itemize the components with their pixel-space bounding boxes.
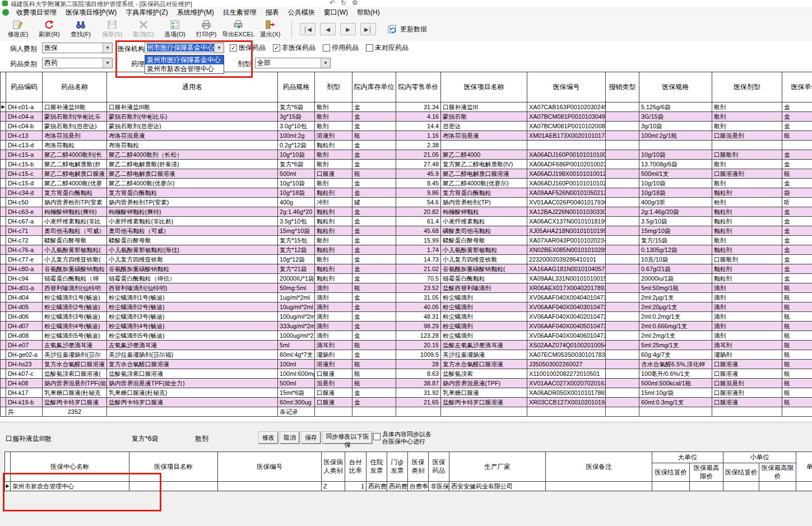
menu-item[interactable]: 公共模块 <box>284 8 319 17</box>
column-header[interactable]: 医保单位 <box>782 72 812 103</box>
patient-fee-select[interactable]: 医保 ▼ <box>42 43 113 53</box>
chevron-down-icon[interactable]: ▼ <box>214 43 224 53</box>
cancel-button[interactable]: 取消 <box>280 432 299 444</box>
nav-next-button[interactable]: ▶ <box>340 23 356 35</box>
options-button[interactable]: 选项(O) <box>159 18 191 40</box>
column-header[interactable]: 剂型 <box>315 72 352 103</box>
table-row[interactable]: DH-c13-d布洛芬颗粒布洛芬颗粒0.2g*12袋颗粒剂盒2.38 <box>1 141 812 150</box>
table-row[interactable]: DH-ge02-a美沙拉秦灌肠剂(莎尔美沙拉秦灌肠剂(莎尔福)60ml:4g*7… <box>1 350 812 360</box>
menu-item[interactable]: 医保项目维护(W) <box>61 8 121 17</box>
update-data-button[interactable]: 更新数据 <box>387 24 427 34</box>
edit-button[interactable]: 修改(E) <box>2 18 34 40</box>
table-row[interactable]: DH-c76-a小儿氨酚黄那敏颗粒(小儿氨酚黄那敏颗粒(海佳)复方*12袋颗粒剂… <box>1 245 812 255</box>
table-row[interactable]: DH-d01-a西替利嗪滴剂(仙特明西替利嗪滴剂(仙特明)50mg:5ml滴剂瓶… <box>1 283 812 293</box>
chevron-down-icon[interactable]: ▼ <box>321 58 330 68</box>
column-header[interactable]: 医保项目名称 <box>441 72 527 103</box>
column-header[interactable]: 报销类型 <box>606 72 639 103</box>
export-excel-button[interactable]: 导出EXCEL <box>222 18 254 40</box>
column-header[interactable]: 医保编号 <box>527 72 606 103</box>
menu-item[interactable]: 窗口(W) <box>319 8 352 17</box>
table-row[interactable]: DH-k08肠内营养混悬剂TPF(能肠内营养混悬液TPF(能全力)500ml混悬… <box>1 379 812 388</box>
table-row[interactable]: DH-k07-c盐酸氨溴索口服溶液(盐酸氨溴索口服溶液100ml:600mg口服… <box>1 369 812 379</box>
table-row[interactable]: DH-c77-e小儿复方四维亚铁散(小儿复方四维亚铁散10g*12袋散剂盒14.… <box>1 255 812 264</box>
column-header[interactable]: 医保最高限价 <box>759 463 796 482</box>
menu-item[interactable]: 系统维护(M) <box>173 8 219 17</box>
column-header[interactable]: 通用名 <box>107 72 278 103</box>
table-row[interactable]: ▶DH-c01-a口服补液盐III散口服补液盐III散复方*6袋散剂盒31.34… <box>1 103 812 112</box>
exit-button[interactable]: 退出(X) <box>254 18 286 40</box>
dropdown-item[interactable]: 泉州市新农合管理中心 <box>145 64 224 73</box>
column-header[interactable]: 生产厂家 <box>449 452 546 482</box>
column-header[interactable]: 医保备注 <box>546 452 652 482</box>
cancel-button[interactable]: 取消(C) <box>128 18 159 40</box>
sync-modify-button[interactable]: 同步修改以下医保 <box>323 432 372 444</box>
column-header[interactable]: 医保类别 <box>408 452 429 482</box>
table-row[interactable]: DH-e07左氧氟沙星滴耳液左氧氟沙星滴耳液5ml滴耳剂瓶20.15盐酸左氧氟沙… <box>1 341 812 350</box>
column-header[interactable]: 住院发票 <box>366 452 387 482</box>
table-row[interactable]: DH-c67-a小麦纤维素颗粒(非比小麦纤维素颗粒(非比麸)3.5g*10包颗粒… <box>1 217 812 226</box>
menu-item[interactable]: 抗生素管理 <box>219 8 261 17</box>
save-button[interactable]: 保存(S) <box>96 18 128 40</box>
column-header[interactable]: 医保结算价 <box>652 463 690 482</box>
chevron-down-icon[interactable]: ▼ <box>103 58 112 68</box>
column-header[interactable]: 门诊发票 <box>387 452 408 482</box>
redo-icon[interactable]: ↻ <box>341 0 346 7</box>
table-row[interactable]: DH-c34-d复方胃蛋白酶颗粒复方胃蛋白酶颗粒10g*18袋颗粒剂盒9.86复… <box>1 188 812 198</box>
refresh-button[interactable]: 刷新(R) <box>34 18 65 40</box>
column-header[interactable]: 医保中心名称 <box>11 452 129 482</box>
filter-checkbox[interactable] <box>323 44 330 52</box>
nav-last-button[interactable]: ▶│ <box>360 23 376 35</box>
filter-checkbox[interactable]: ✓ <box>230 44 237 52</box>
insurance-org-select[interactable]: 州市医疗保障基金中心 ▼ <box>145 43 224 53</box>
column-header[interactable]: 医保药品 <box>429 452 449 482</box>
table-row[interactable]: DH-c50肠内营养粉剂TP(安素肠内营养粉剂TP(安素)400g冲剂罐54.6… <box>1 198 812 207</box>
find-button[interactable]: 查找(F) <box>65 18 96 40</box>
column-header[interactable]: 单位 <box>796 452 812 482</box>
table-row[interactable]: DH-d05粉尘螨滴剂2号(畅迪)粉尘螨滴剂2号(畅迪)10ug/ml*2ml滴… <box>1 302 812 312</box>
table-row[interactable]: DH-hs23复方水合氯醛口服溶液复方水合氯醛口服溶液100ml溶液剂瓶28复方… <box>1 360 812 369</box>
filter-checkbox[interactable]: ✓ <box>273 44 280 52</box>
column-header[interactable]: 药品编码 <box>6 72 43 103</box>
column-header[interactable]: 医保结算价 <box>723 463 759 482</box>
table-row[interactable]: DH-c15-b聚乙二醇电解质散(舒聚乙二醇电解质散(舒泰清)复方*6袋散剂盒2… <box>1 160 812 169</box>
dropdown-item[interactable]: 泉州市医疗保障基金中心 <box>145 55 224 64</box>
column-header[interactable]: 药品名称 <box>43 72 107 103</box>
table-row[interactable]: DH-k19-b盐酸丙卡特罗口服液盐酸丙卡特罗口服液60ml:300ug口服液盒… <box>1 398 812 407</box>
table-row[interactable]: DH-c04-b蒙脱石散剂(思密达)蒙脱石散剂(思密达)3.0g*10包散剂盒1… <box>1 122 812 131</box>
column-header[interactable]: 院内库存单位 <box>352 72 396 103</box>
modify-button[interactable]: 修改 <box>259 432 278 444</box>
menu-item[interactable]: 字典库维护(Z) <box>121 8 172 17</box>
table-row[interactable]: DH-c15-d聚乙二醇4000散(优赛聚乙二醇4000散(优赛尔)10g*10… <box>1 179 812 188</box>
table-row[interactable]: DH-c94链霉蛋白酶颗粒（得链霉蛋白酶颗粒（得信）20000IU*1袋颗粒剂盒… <box>1 274 812 283</box>
table-row[interactable]: DH-c72鞣酸蛋白酵母散鞣酸蛋白酵母散复方*15包散剂盒15.99鞣酸蛋白酵母… <box>1 236 812 245</box>
menu-item[interactable]: 收费项目管理 <box>12 8 61 17</box>
drug-class-select[interactable]: 西药 ▼ <box>42 58 113 68</box>
table-row[interactable]: DH-c15-a聚乙二醇4000散剂(长聚乙二醇4000散剂（长松）10g*10… <box>1 150 812 160</box>
column-header[interactable]: 院内零售单价 <box>396 72 441 103</box>
column-header[interactable]: 医保编号 <box>218 452 322 482</box>
chevron-down-icon[interactable]: ▼ <box>103 43 112 53</box>
column-header[interactable]: 药品规格 <box>278 72 315 103</box>
table-row[interactable]: DH-k17乳果糖口服液(杜秘克乳果糖口服液(杜秘克)15ml*6袋口服液盒31… <box>1 388 812 398</box>
column-header[interactable]: 医保规格 <box>639 72 712 103</box>
table-row[interactable]: ▶泉州市新农合管理中心Z1西药费西药费自费率非医保西安安健药业有限公司 <box>5 482 812 491</box>
gear-icon[interactable]: ⚙ <box>352 0 358 7</box>
menu-item[interactable]: 帮助(H) <box>352 8 384 17</box>
table-row[interactable]: DH-c13布洛芬混悬剂布洛芬混悬液100ml:2g溶液剂瓶1.16布洛芬混悬液… <box>1 131 812 141</box>
table-row[interactable]: DH-c80-a谷氨酰胺薁磺酸钠颗粒谷氨酰胺薁磺酸钠颗粒复方*21袋颗粒剂盒21… <box>1 264 812 274</box>
table-row[interactable]: DH-c04-a蒙脱石散剂(华彬比乐蒙脱石散剂(华彬比乐)3g*15袋散剂盒4.… <box>1 112 812 122</box>
nav-prev-button[interactable]: ◀ <box>320 23 336 35</box>
nav-first-button[interactable]: │◀ <box>300 23 315 35</box>
table-row[interactable]: DH-c63-e枸橼酸钾颗粒(爽特)枸橼酸钾颗粒(爽特)2g:1.46g*20颗… <box>1 207 812 217</box>
table-row[interactable]: DH-c71奥司他韦颗粒（可威）奥司他韦颗粒（可威）15mg*10袋颗粒剂盒45… <box>1 226 812 236</box>
table-row[interactable]: DH-d08粉尘螨滴剂5号(畅迪)粉尘螨滴剂5号(畅迪)1000ug/ml*2滴… <box>1 331 812 341</box>
column-header[interactable]: 医保项目名称 <box>129 452 218 482</box>
undo-icon[interactable]: ↶ <box>330 0 335 7</box>
table-row[interactable]: DH-d06粉尘螨滴剂3号(畅迪)粉尘螨滴剂3号(畅迪)100ug/ml*2m滴… <box>1 312 812 322</box>
table-row[interactable]: DH-d04粉尘螨滴剂1号(畅迪)粉尘螨滴剂1号(畅迪)1ug/ml*2ml滴剂… <box>1 293 812 302</box>
filter-checkbox[interactable] <box>366 44 373 52</box>
table-row[interactable]: DH-d07粉尘螨滴剂4号(畅迪)粉尘螨滴剂4号(畅迪)333ug/ml*2m滴… <box>1 322 812 331</box>
table-row[interactable]: DH-c15-c聚乙二醇电解质口服液聚乙二醇电解质口服溶液500ml口服液瓶45… <box>1 169 812 179</box>
column-header[interactable]: 自付比率 <box>345 452 366 482</box>
print-button[interactable]: 打印(P) <box>191 18 222 40</box>
